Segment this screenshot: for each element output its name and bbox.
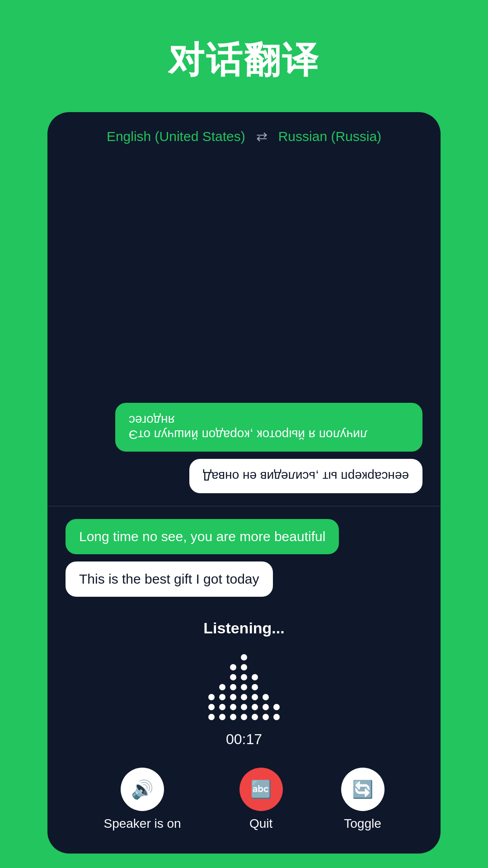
dot	[219, 704, 225, 710]
dot	[230, 694, 236, 700]
page-title: 对话翻译	[168, 36, 320, 85]
dot	[252, 684, 258, 690]
dot	[230, 684, 236, 690]
dot	[252, 714, 258, 720]
speaker-icon: 🔊	[131, 779, 154, 800]
toggle-control[interactable]: 🔄 Toggle	[341, 768, 385, 831]
speaker-button[interactable]: 🔊	[121, 768, 164, 811]
speaker-control[interactable]: 🔊 Speaker is on	[103, 768, 181, 831]
dot	[241, 664, 247, 670]
dot	[252, 694, 258, 700]
dot	[252, 704, 258, 710]
wave-col-4	[241, 654, 247, 720]
dot	[241, 674, 247, 680]
wave-col-2	[219, 684, 225, 720]
dot	[219, 714, 225, 720]
wave-col-3	[230, 664, 236, 720]
swap-icon[interactable]: ⇄	[256, 128, 267, 144]
dot	[273, 714, 280, 720]
dot	[230, 664, 236, 670]
timer: 00:17	[226, 731, 262, 748]
wave-col-5	[252, 674, 258, 720]
dot	[252, 674, 258, 680]
main-card: English (United States) ⇄ Russian (Russi…	[47, 112, 441, 854]
dot	[263, 714, 269, 720]
toggle-label: Toggle	[344, 816, 381, 831]
waveform	[208, 648, 280, 720]
toggle-button[interactable]: 🔄	[341, 768, 385, 811]
language-bar: English (United States) ⇄ Russian (Russi…	[47, 112, 441, 155]
lower-chat: Long time no see, you are more beautiful…	[66, 519, 422, 601]
chat-area: Это лучший подарок, который я получил се…	[47, 155, 441, 610]
dot	[230, 674, 236, 680]
section-divider	[47, 506, 441, 506]
dot	[219, 684, 225, 690]
speaker-label: Speaker is on	[103, 816, 181, 831]
dot	[208, 714, 215, 720]
quit-control[interactable]: 🔤 Quit	[239, 768, 283, 831]
dot	[241, 714, 247, 720]
quit-label: Quit	[249, 816, 272, 831]
translate-icon: 🔤	[250, 779, 272, 799]
bubble-russian-longsee: Давно не виделись, ты прекраснее	[189, 459, 422, 493]
dot	[263, 704, 269, 710]
listening-label: Listening...	[203, 619, 284, 637]
bubble-english-gift: This is the best gift I got today	[66, 561, 273, 597]
toggle-icon: 🔄	[352, 779, 373, 799]
dot	[208, 694, 215, 700]
dot	[230, 704, 236, 710]
language-right[interactable]: Russian (Russia)	[278, 129, 381, 144]
dot	[263, 694, 269, 700]
wave-col-1	[208, 694, 215, 720]
language-left[interactable]: English (United States)	[107, 129, 245, 144]
dot	[230, 714, 236, 720]
quit-button[interactable]: 🔤	[239, 768, 283, 811]
bubble-russian-gift: Это лучший подарок, который я получил се…	[115, 403, 422, 452]
dot	[241, 704, 247, 710]
dot	[241, 694, 247, 700]
dot	[273, 704, 280, 710]
dot	[241, 684, 247, 690]
upper-chat: Это лучший подарок, который я получил се…	[66, 164, 422, 493]
listening-area: Listening...	[47, 610, 441, 763]
dot	[208, 704, 215, 710]
bottom-controls: 🔊 Speaker is on 🔤 Quit 🔄 Toggle	[47, 763, 441, 854]
wave-col-6	[263, 694, 269, 720]
dot	[241, 654, 247, 660]
dot	[219, 694, 225, 700]
wave-col-7	[273, 704, 280, 720]
bubble-english-longsee: Long time no see, you are more beautiful	[66, 519, 339, 554]
